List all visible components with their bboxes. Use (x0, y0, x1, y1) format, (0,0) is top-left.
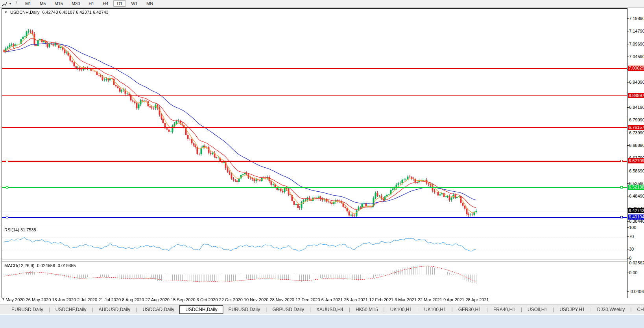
price-tick-mark (627, 183, 629, 184)
chart-tab-dj30-weekly[interactable]: DJ30,Weekly (592, 306, 630, 313)
timeframe-button-h4[interactable]: H4 (99, 0, 112, 7)
price-tick-mark (627, 82, 629, 82)
chart-title: ▼ USDCNH,Daily 6.42748 6.43107 6.42371 6… (4, 10, 109, 15)
crosshair-tool-icon[interactable] (1, 1, 8, 7)
chart-tab-bar: EURUSD,Daily|USDCHF,Daily|AUDUSD,Daily|U… (0, 304, 644, 314)
chart-tab-china300-h1[interactable]: CHINA300,H1 (632, 306, 644, 313)
rsi-tick-mark (627, 227, 629, 228)
price-tick-mark (627, 145, 629, 146)
chart-tab-usdcad-daily[interactable]: USDCAD,Daily (137, 306, 179, 313)
chart-tab-uk100-h1[interactable]: UK100,H1 (385, 306, 417, 313)
price-level-line[interactable] (2, 127, 627, 128)
date-tick-label: 26 May 2020 (26, 297, 51, 304)
timeframe-button-mn[interactable]: MN (143, 0, 157, 7)
chart-tab-gbpusd-daily[interactable]: GBPUSD,Daily (267, 306, 309, 313)
line-selection-handle[interactable] (6, 160, 8, 162)
line-selection-handle[interactable] (620, 160, 623, 162)
price-tick-mark (627, 31, 629, 31)
price-level-label: 6.76157 (628, 125, 644, 130)
date-tick-label: 21 Jul 2020 (98, 297, 121, 304)
candlestick-canvas (2, 9, 627, 224)
line-selection-handle[interactable] (620, 186, 623, 189)
timeframe-button-m30[interactable]: M30 (68, 0, 83, 7)
timeframe-button-d1[interactable]: D1 (113, 0, 126, 7)
rsi-tick-mark (627, 249, 629, 249)
price-level-label: 6.62709 (628, 158, 644, 163)
chart-tab-uk100-h1[interactable]: UK100,H1 (419, 306, 451, 313)
price-axis[interactable]: 7.198907.147907.096907.045906.994906.943… (627, 8, 644, 298)
date-tick-label: 12 Feb 2021 (369, 297, 393, 304)
timeframe-button-h1[interactable]: H1 (85, 0, 98, 7)
line-selection-handle[interactable] (6, 186, 8, 189)
price-tick-label: 7.04590 (629, 54, 644, 59)
date-tick-label: 28 Nov 2020 (270, 297, 294, 304)
status-bar (0, 314, 644, 328)
rsi-tick-label: 70 (629, 234, 634, 239)
top-toolbar: ▼ M1M5M15M30H1H4D1W1MN (0, 0, 644, 7)
price-level-line[interactable] (2, 95, 627, 96)
chart-tab-eurusd-daily[interactable]: EURUSD,Daily (6, 306, 48, 313)
date-tick-label: 25 Jan 2021 (344, 297, 368, 304)
price-level-line[interactable] (2, 161, 627, 162)
current-price-line (2, 211, 627, 211)
line-selection-handle[interactable] (6, 216, 8, 218)
price-tick-label: 6.48490 (629, 194, 644, 199)
chart-tab-audusd-daily[interactable]: AUDUSD,Daily (94, 306, 136, 313)
price-tick-label: 7.14790 (629, 29, 644, 34)
timeframe-button-m15[interactable]: M15 (51, 0, 66, 7)
date-tick-label: 28 Apr 2021 (465, 297, 489, 304)
symbol-period-label: USDCNH,Daily (10, 10, 40, 15)
price-tick-mark (627, 107, 629, 108)
date-tick-label: 17 Dec 2020 (295, 297, 320, 304)
current-price-label: 6.42743 (628, 208, 644, 213)
chart-tab-usdjpy-h1[interactable]: USDJPY,H1 (554, 306, 590, 313)
macd-canvas (2, 262, 627, 299)
date-tick-label: 6 Jan 2021 (321, 297, 343, 304)
price-level-label: 6.88897 (628, 93, 644, 98)
date-tick-label: 22 Mar 2021 (418, 297, 442, 304)
chart-tab-hk50-m15[interactable]: HK50,M15 (351, 306, 383, 313)
price-tick-label: 6.58690 (629, 169, 644, 174)
price-tick-mark (627, 18, 629, 19)
toolbar-grip-handle[interactable] (15, 1, 18, 6)
macd-panel: MACD(12,26,9) -0.024556 -0.019355 (2, 262, 627, 299)
line-selection-handle[interactable] (620, 216, 623, 218)
timeframe-button-m1[interactable]: M1 (22, 0, 35, 7)
chart-tab-eurusd-daily[interactable]: EURUSD,Daily (223, 306, 265, 313)
chart-tab-usdcnh-daily[interactable]: USDCNH,Daily (179, 305, 223, 314)
chart-tab-fra40-h1[interactable]: FRA40,H1 (488, 306, 520, 313)
timeframe-button-m5[interactable]: M5 (36, 0, 49, 7)
chart-window: ▼ USDCNH,Daily 6.42748 6.43107 6.42371 6… (2, 8, 627, 298)
chart-tab-xauusd-h4[interactable]: XAUUSD,H4 (311, 306, 349, 313)
price-level-line[interactable] (2, 187, 627, 188)
price-tick-label: 6.94390 (629, 80, 644, 85)
rsi-tick-label: 100 (629, 225, 636, 230)
macd-tick-mark (627, 273, 629, 273)
chart-tab-ger30-h1[interactable]: GER30,H1 (453, 306, 486, 313)
date-tick-label: 22 Oct 2020 (219, 297, 243, 304)
tool-dropdown-caret-icon[interactable]: ▼ (9, 2, 12, 5)
time-axis[interactable]: 7 May 202026 May 202013 Jun 20202 Jul 20… (2, 297, 489, 304)
macd-tick-label: 0.025623 (629, 260, 644, 266)
collapse-caret-icon[interactable]: ▼ (4, 11, 7, 14)
main-chart-panel: ▼ USDCNH,Daily 6.42748 6.43107 6.42371 6… (2, 9, 627, 224)
price-level-line[interactable] (2, 217, 627, 218)
macd-label: MACD(12,26,9) -0.024556 -0.019355 (4, 263, 76, 268)
price-tick-label: 6.84190 (629, 105, 644, 110)
price-level-label: 7.00029 (628, 66, 644, 71)
chart-tab-usdchf-daily[interactable]: USDCHF,Daily (50, 306, 92, 313)
rsi-tick-label: 30 (629, 247, 634, 252)
price-level-line[interactable] (2, 68, 627, 69)
date-tick-label: 8 Aug 2020 (122, 297, 144, 304)
rsi-tick-mark (627, 258, 629, 258)
ohlc-values: 6.42748 6.43107 6.42371 6.42743 (42, 10, 108, 15)
price-tick-label: 7.19890 (629, 16, 644, 21)
date-tick-label: 13 Jun 2020 (52, 297, 76, 304)
chart-tab-usoil-h1[interactable]: USOil,H1 (522, 306, 552, 313)
price-tick-mark (627, 44, 629, 44)
timeframe-button-w1[interactable]: W1 (127, 0, 141, 7)
date-tick-label: 10 Nov 2020 (244, 297, 268, 304)
date-tick-label: 3 Oct 2020 (197, 297, 218, 304)
date-tick-label: 2 Jul 2020 (77, 297, 97, 304)
rsi-panel: RSI(14) 31.7538 (2, 226, 627, 260)
